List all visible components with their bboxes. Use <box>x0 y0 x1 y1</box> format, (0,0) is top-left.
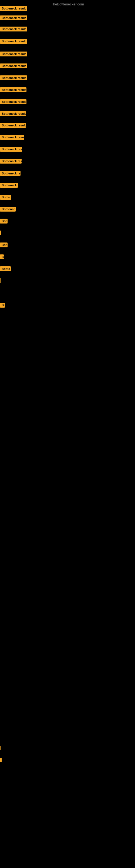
badge-13: Bottleneck res <box>0 147 22 152</box>
badge-24 <box>0 278 1 283</box>
badge-3: Bottleneck result <box>0 27 27 31</box>
badge-23: Bottle <box>0 267 11 271</box>
badge-15: Bottleneck re <box>0 171 20 176</box>
badge-19: Bot <box>0 219 8 223</box>
badge-17: Bottle <box>0 195 11 199</box>
badge-6: Bottleneck result <box>0 63 27 68</box>
badge-5: Bottleneck result <box>0 52 27 56</box>
badge-18: Bottlenec <box>0 207 16 212</box>
badge-22: B <box>0 254 4 259</box>
badge-7: Bottleneck result <box>0 75 27 80</box>
badge-1: Bottleneck result <box>0 6 27 11</box>
badge-9: Bottleneck result <box>0 99 27 104</box>
badge-26 <box>0 746 1 750</box>
badge-25: Bo <box>0 303 5 308</box>
badge-14: Bottleneck res <box>0 159 21 163</box>
badge-10: Bottleneck result <box>0 111 26 116</box>
badge-20 <box>0 230 1 235</box>
badge-16: Bottleneck <box>0 183 18 188</box>
badge-11: Bottleneck result <box>0 123 26 128</box>
badge-2: Bottleneck result <box>0 16 27 20</box>
badge-8: Bottleneck result <box>0 87 27 92</box>
badge-21: Bot <box>0 243 8 247</box>
badge-27 <box>0 758 2 762</box>
badge-4: Bottleneck result <box>0 39 27 44</box>
badge-12: Bottleneck resul <box>0 135 24 140</box>
